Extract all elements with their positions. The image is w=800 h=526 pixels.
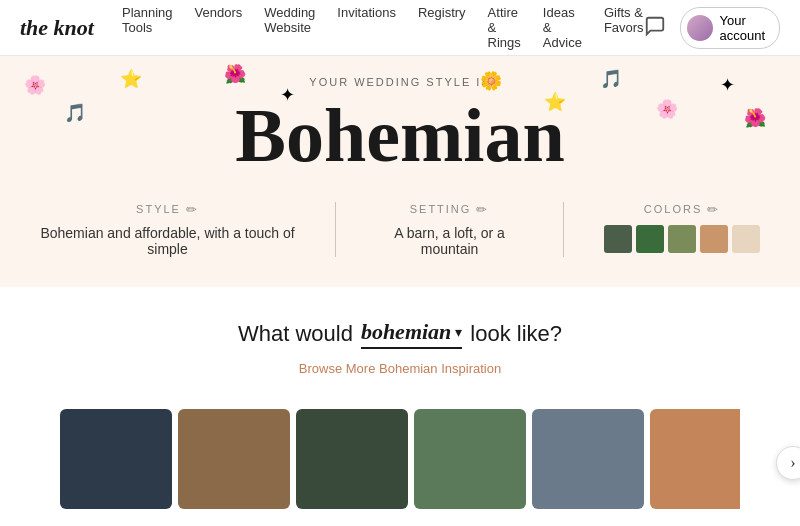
color-swatch (668, 225, 696, 253)
color-swatches (604, 225, 760, 253)
nav-invitations[interactable]: Invitations (337, 5, 396, 50)
nav-registry[interactable]: Registry (418, 5, 466, 50)
hero-attr-style: STYLE ✏ Bohemian and affordable, with a … (0, 202, 336, 257)
suffix-text: look like? (470, 321, 562, 347)
gallery-container: › (0, 393, 800, 526)
logo-text: the knot (20, 15, 94, 40)
gallery-item[interactable] (414, 409, 526, 509)
nav-right: Your account (644, 7, 780, 49)
chat-icon[interactable] (644, 15, 666, 41)
nav-attire-rings[interactable]: Attire & Rings (488, 5, 521, 50)
colors-edit-icon[interactable]: ✏ (707, 202, 720, 217)
avatar (687, 15, 713, 41)
style-dropdown-text: bohemian (361, 319, 451, 345)
nav-links: Planning Tools Vendors Wedding Website I… (122, 5, 644, 50)
gallery (60, 393, 740, 525)
account-button[interactable]: Your account (680, 7, 780, 49)
color-swatch (636, 225, 664, 253)
navigation: the knot Planning Tools Vendors Wedding … (0, 0, 800, 56)
style-edit-icon[interactable]: ✏ (186, 202, 199, 217)
site-logo[interactable]: the knot (20, 15, 94, 41)
gallery-item[interactable] (60, 409, 172, 509)
nav-gifts-favors[interactable]: Gifts & Favors (604, 5, 644, 50)
gallery-item[interactable] (296, 409, 408, 509)
chevron-down-icon: ▾ (455, 324, 462, 340)
hero-attributes: STYLE ✏ Bohemian and affordable, with a … (0, 202, 800, 257)
hero-attr-colors: COLORS ✏ (564, 202, 800, 257)
colors-label: COLORS ✏ (604, 202, 760, 217)
style-value: Bohemian and affordable, with a touch of… (40, 225, 295, 257)
browse-more-link[interactable]: Browse More Bohemian Inspiration (299, 361, 501, 376)
gallery-item[interactable] (532, 409, 644, 509)
nav-ideas-advice[interactable]: Ideas & Advice (543, 5, 582, 50)
hero-section: 🌸🎵⭐🌺✦🌼⭐🎵🌸✦🌺 YOUR WEDDING STYLE IS Bohemi… (0, 56, 800, 287)
setting-edit-icon[interactable]: ✏ (476, 202, 489, 217)
prefix-text: What would (238, 321, 353, 347)
account-label: Your account (720, 13, 767, 43)
hero-subtitle: YOUR WEDDING STYLE IS (0, 76, 800, 88)
what-would-line: What would bohemian ▾ look like? (0, 319, 800, 349)
color-swatch (700, 225, 728, 253)
color-swatch (732, 225, 760, 253)
what-would-section: What would bohemian ▾ look like? Browse … (0, 287, 800, 393)
gallery-item[interactable] (650, 409, 740, 509)
style-label: STYLE ✏ (40, 202, 295, 217)
color-swatch (604, 225, 632, 253)
gallery-next-button[interactable]: › (776, 446, 800, 480)
nav-planning-tools[interactable]: Planning Tools (122, 5, 173, 50)
nav-vendors[interactable]: Vendors (195, 5, 243, 50)
setting-label: SETTING ✏ (376, 202, 523, 217)
hero-title: Bohemian (0, 94, 800, 178)
gallery-item[interactable] (178, 409, 290, 509)
nav-wedding-website[interactable]: Wedding Website (264, 5, 315, 50)
hero-attr-setting: SETTING ✏ A barn, a loft, or a mountain (336, 202, 564, 257)
style-dropdown[interactable]: bohemian ▾ (361, 319, 462, 349)
setting-value: A barn, a loft, or a mountain (376, 225, 523, 257)
